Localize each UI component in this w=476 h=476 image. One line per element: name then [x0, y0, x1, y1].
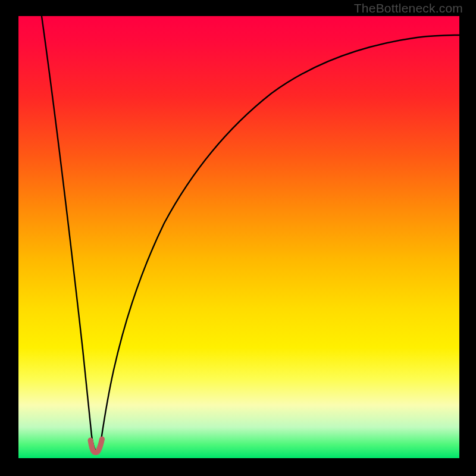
curve-layer [18, 16, 459, 458]
plot-area [18, 16, 459, 458]
highlight-minimum [90, 439, 102, 452]
bottleneck-curve [42, 16, 459, 451]
chart-frame: TheBottleneck.com [0, 0, 476, 476]
watermark-text: TheBottleneck.com [354, 1, 463, 15]
